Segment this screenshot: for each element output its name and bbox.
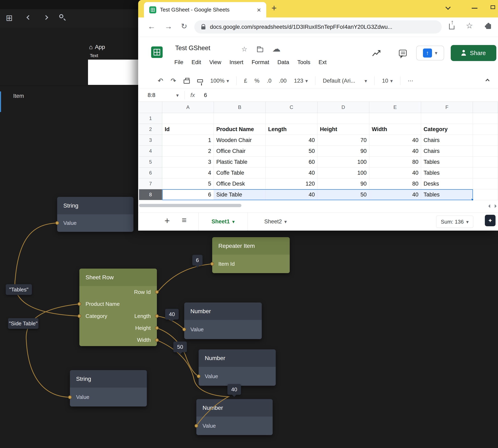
format-currency-button[interactable]: £ (244, 78, 247, 84)
row-header[interactable]: 7 (139, 178, 162, 189)
address-bar[interactable]: docs.google.com/spreadsheets/d/1D3IRuxIl… (194, 20, 442, 33)
grid-cell[interactable]: 60 (266, 157, 317, 167)
grid-cell[interactable]: 40 (369, 146, 421, 157)
forward-icon[interactable] (44, 15, 48, 20)
grid-cell[interactable]: 2 (162, 146, 214, 157)
grid-cell[interactable] (266, 113, 317, 124)
collapse-toolbar-icon[interactable] (485, 79, 490, 83)
share-button[interactable]: Share (451, 45, 496, 61)
grid-cell[interactable]: 50 (266, 146, 317, 157)
column-header[interactable]: D (317, 102, 369, 113)
node-repeater-item[interactable]: Repeater Item Item Id (212, 237, 290, 273)
insights-icon[interactable] (371, 48, 381, 58)
sheet-tab-sheet2[interactable]: Sheet2 (256, 213, 296, 231)
node-number-width[interactable]: Number Value (196, 399, 273, 435)
grid-cell[interactable]: 90 (317, 178, 369, 189)
grid-cell[interactable]: Category (421, 124, 473, 135)
grid-cell[interactable]: Plastic Table (214, 157, 266, 167)
grid-cell[interactable]: 90 (317, 146, 369, 157)
node-string-category[interactable]: String Value (57, 197, 133, 232)
share-page-icon[interactable] (449, 24, 454, 29)
grid-cell[interactable]: 40 (369, 135, 421, 146)
print-icon[interactable] (184, 80, 190, 84)
grid-cell[interactable]: 40 (266, 167, 317, 178)
port-value[interactable]: Value (190, 326, 204, 333)
port-category[interactable]: Category (85, 313, 107, 319)
sum-badge[interactable]: Sum: 136 (436, 216, 473, 228)
fill-handle[interactable] (471, 198, 474, 201)
more-toolbar-button[interactable]: ⋯ (408, 78, 413, 84)
zoom-select[interactable]: 100% (210, 78, 229, 84)
grid-cell[interactable]: Tables (421, 157, 473, 167)
port-value[interactable]: Value (76, 394, 89, 400)
formula-input[interactable]: 6 (204, 92, 207, 98)
node-sheet-row[interactable]: Sheet Row Row Id Product Name CategoryLe… (79, 269, 157, 346)
redo-icon[interactable]: ↷ (171, 77, 176, 85)
grid-cell[interactable]: 70 (317, 135, 369, 146)
grid-cell[interactable]: 100 (317, 157, 369, 167)
component-tree-app[interactable]: ⌂ App (89, 44, 105, 50)
grid-cell[interactable]: 40 (266, 135, 317, 146)
menu-item[interactable]: Insert (230, 59, 243, 65)
format-percent-button[interactable]: % (255, 78, 260, 84)
grid-cell[interactable]: Height (317, 124, 369, 135)
port-value[interactable]: Value (205, 373, 218, 380)
increase-decimals-button[interactable]: .00 (279, 78, 287, 84)
menu-item[interactable]: Format (252, 59, 269, 65)
window-chevron-icon[interactable] (445, 4, 450, 10)
row-header[interactable]: 6 (139, 167, 162, 178)
node-number-height[interactable]: Number Value (199, 349, 276, 386)
back-icon[interactable] (27, 15, 31, 20)
row-header[interactable]: 1 (139, 113, 162, 124)
app-preview-canvas[interactable] (88, 60, 138, 85)
column-header[interactable]: A (162, 102, 214, 113)
present-button[interactable]: ↑ (416, 46, 444, 60)
port-value[interactable]: Value (63, 220, 77, 226)
scroll-left-icon[interactable] (486, 204, 490, 208)
column-header[interactable]: B (214, 102, 266, 113)
grid-cell[interactable]: Chairs (421, 135, 473, 146)
wire-itemid-rowid[interactable] (157, 264, 212, 292)
menu-item[interactable]: Ext (318, 59, 327, 65)
grid-cell[interactable]: 3 (162, 157, 214, 167)
port-width[interactable]: Width (137, 337, 151, 343)
row-header[interactable]: 8 (139, 189, 162, 200)
document-title[interactable]: Test GSheet (175, 44, 210, 52)
close-tab-icon[interactable]: × (257, 6, 261, 13)
minimize-icon[interactable] (472, 8, 478, 9)
horizontal-scrollbar[interactable] (139, 204, 241, 207)
menu-item[interactable]: Data (277, 59, 289, 65)
move-to-folder-icon[interactable] (257, 48, 263, 52)
row-header[interactable]: 3 (139, 135, 162, 146)
all-sheets-menu-icon[interactable]: ≡ (182, 216, 186, 225)
port-height[interactable]: Height (135, 325, 151, 331)
menu-item[interactable]: Tools (297, 59, 310, 65)
paint-format-icon[interactable] (197, 79, 203, 82)
text-node-label[interactable]: Text (90, 53, 98, 58)
grid-cell[interactable]: 5 (162, 178, 214, 189)
menu-item[interactable]: View (209, 59, 221, 65)
grid-cell[interactable]: 50 (317, 189, 369, 200)
grid-cell[interactable]: 80 (369, 178, 421, 189)
menu-item[interactable]: File (174, 59, 183, 65)
grid-cell[interactable]: Coffe Table (214, 167, 266, 178)
grid-cell[interactable]: Length (266, 124, 317, 135)
sheet-tab-sheet1[interactable]: Sheet1 (199, 213, 248, 231)
font-select[interactable]: Default (Ari... (323, 78, 367, 84)
bookmark-star-icon[interactable]: ☆ (466, 21, 473, 30)
row-header[interactable]: 2 (139, 124, 162, 135)
grid-cell[interactable]: 80 (369, 157, 421, 167)
nav-back-icon[interactable]: ← (148, 22, 155, 31)
grid-cell[interactable]: 6 (162, 189, 214, 200)
star-document-icon[interactable]: ☆ (241, 45, 247, 53)
grid-corner[interactable] (139, 102, 162, 113)
node-string-product-name[interactable]: String Value (70, 370, 147, 406)
column-header[interactable]: C (266, 102, 317, 113)
comment-icon[interactable] (399, 50, 407, 56)
add-sheet-button[interactable]: + (165, 216, 170, 226)
scroll-right-icon[interactable] (495, 204, 498, 208)
grid-cell[interactable] (473, 113, 498, 124)
port-item-id[interactable]: Item Id (218, 261, 235, 267)
port-row-id[interactable]: Row Id (134, 289, 151, 295)
port-product-name[interactable]: Product Name (85, 301, 120, 307)
